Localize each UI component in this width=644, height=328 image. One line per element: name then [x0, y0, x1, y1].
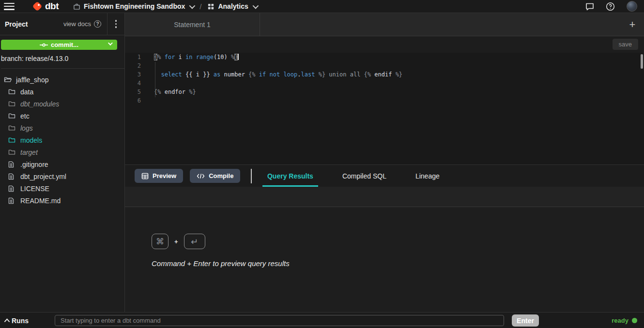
editor-tab-bar: Statement 1 + — [125, 13, 644, 36]
chevron-up-icon — [4, 318, 10, 323]
tree-item-label: data — [20, 88, 33, 96]
project-name: Analytics — [218, 2, 248, 10]
tree-item-logs[interactable]: logs — [0, 122, 124, 134]
dbt-logo-text: dbt — [45, 1, 59, 12]
plus-sign: + — [174, 238, 178, 245]
commit-button[interactable]: commit... — [1, 40, 117, 50]
text-cursor — [238, 54, 239, 60]
status-label: ready — [612, 317, 629, 324]
enter-button[interactable]: Enter — [512, 314, 539, 327]
dbt-command-input[interactable] — [55, 315, 504, 326]
project-switcher[interactable]: Analytics — [207, 2, 257, 10]
file-icon — [8, 197, 16, 204]
sidebar-title: Project — [5, 20, 28, 28]
top-nav-bar: dbt Fishtown Engineering Sandbox / Analy… — [0, 0, 644, 13]
kebab-icon — [115, 20, 117, 28]
new-tab-button[interactable]: + — [624, 13, 641, 36]
file-icon — [8, 161, 16, 168]
code-line-5[interactable]: 5{% endfor %} — [125, 88, 644, 96]
tree-item-data[interactable]: data — [0, 86, 124, 98]
file-explorer-sidebar: Project view docs commit... branch: rele… — [0, 13, 125, 312]
dbt-logo-icon — [32, 1, 43, 12]
tree-item-label: logs — [20, 124, 33, 132]
tree-item-readme-md[interactable]: README.md — [0, 194, 124, 207]
status-indicator: ready — [612, 313, 637, 328]
folder-icon — [8, 101, 16, 107]
code-editor[interactable]: 1{% for i in range(10) %}23 select {{ i … — [125, 53, 644, 164]
preview-button-label: Preview — [153, 172, 176, 179]
file-icon — [8, 173, 16, 180]
editor-header: save — [125, 36, 644, 53]
compile-button[interactable]: Compile — [190, 169, 240, 183]
commit-button-label: commit... — [51, 41, 78, 48]
code-lines: 1{% for i in range(10) %}23 select {{ i … — [125, 53, 644, 105]
editor-pane: Statement 1 + save 1{% for i in range(10… — [125, 13, 644, 312]
tree-item-models[interactable]: models — [0, 134, 124, 146]
sidebar-header: Project view docs — [0, 13, 124, 35]
tab-lineage[interactable]: Lineage — [411, 165, 445, 187]
tree-item-target[interactable]: target — [0, 146, 124, 158]
account-switcher[interactable]: Fishtown Engineering Sandbox — [73, 2, 194, 10]
tree-item-label: models — [20, 136, 42, 144]
results-subheader — [125, 187, 644, 207]
code-line-6[interactable]: 6 — [125, 96, 644, 105]
command-key-icon: ⌘ — [152, 234, 169, 249]
code-line-4[interactable]: 4 — [125, 79, 644, 88]
tree-item-dbt-project-yml[interactable]: dbt_project.yml — [0, 170, 124, 182]
table-icon — [141, 173, 149, 179]
help-circle-icon — [94, 20, 101, 28]
results-tabs: Query ResultsCompiled SQLLineage — [262, 165, 445, 187]
sidebar-menu-button[interactable] — [107, 13, 124, 35]
shortcut-hint: Command + Enter to preview query results — [152, 259, 644, 268]
tree-item-label: README.md — [20, 197, 61, 205]
enter-key-icon: ↵ — [184, 234, 205, 249]
file-tree: jaffle_shopdatadbt_modulesetclogsmodelst… — [0, 74, 124, 207]
hamburger-menu-icon[interactable] — [4, 3, 15, 10]
tab-statement-1[interactable]: Statement 1 — [125, 13, 260, 36]
git-commit-icon — [40, 43, 48, 47]
tree-item-jaffle-shop[interactable]: jaffle_shop — [0, 74, 124, 86]
dbt-logo: dbt — [32, 1, 59, 12]
tree-item-label: jaffle_shop — [16, 76, 48, 84]
toolbar-divider — [251, 169, 252, 183]
feedback-chat-icon[interactable] — [585, 2, 594, 11]
command-bar: Runs Enter ready — [0, 312, 644, 328]
save-button[interactable]: save — [613, 39, 638, 50]
view-docs-link[interactable]: view docs — [63, 20, 107, 28]
status-dot-icon — [632, 318, 637, 323]
code-content: {% endfor %} — [154, 88, 196, 96]
tab-compiled-sql[interactable]: Compiled SQL — [337, 165, 391, 187]
chevron-down-icon — [189, 2, 196, 9]
code-content: {% for i in range(10) %} — [154, 53, 239, 61]
runs-toggle[interactable]: Runs — [4, 313, 29, 328]
file-icon — [8, 185, 16, 192]
results-toolbar: Preview Compile Query ResultsCompiled SQ… — [125, 164, 644, 187]
tree-item-dbt-modules[interactable]: dbt_modules — [0, 98, 124, 110]
user-avatar[interactable] — [627, 1, 637, 12]
line-number: 1 — [125, 53, 144, 61]
line-number: 6 — [125, 96, 144, 105]
editor-scrollbar[interactable] — [641, 54, 643, 69]
code-icon — [197, 173, 205, 179]
chevron-down-icon — [108, 41, 113, 45]
runs-label: Runs — [12, 317, 29, 325]
shortcut-keys: ⌘ + ↵ — [152, 234, 644, 249]
code-line-2[interactable]: 2 — [125, 61, 644, 70]
line-number: 4 — [125, 79, 144, 88]
tree-item-label: dbt_project.yml — [20, 173, 66, 180]
code-line-1[interactable]: 1{% for i in range(10) %} — [125, 53, 644, 61]
preview-button[interactable]: Preview — [135, 169, 183, 183]
tab-query-results[interactable]: Query Results — [262, 165, 318, 187]
tree-item-etc[interactable]: etc — [0, 110, 124, 122]
tree-item-label: .gitignore — [20, 161, 48, 168]
folder-open-icon — [4, 76, 12, 83]
tree-item-label: etc — [20, 112, 30, 120]
folder-icon — [8, 113, 16, 119]
indent-guide — [155, 62, 155, 97]
code-line-3[interactable]: 3 select {{ i }} as number {% if not loo… — [125, 70, 644, 79]
tree-item-license[interactable]: LICENSE — [0, 182, 124, 194]
help-icon[interactable] — [606, 2, 615, 11]
tree-item-gitignore[interactable]: .gitignore — [0, 158, 124, 170]
query-results-panel: ⌘ + ↵ Command + Enter to preview query r… — [125, 207, 644, 312]
branch-label: branch: release/4.13.0 — [1, 55, 126, 69]
